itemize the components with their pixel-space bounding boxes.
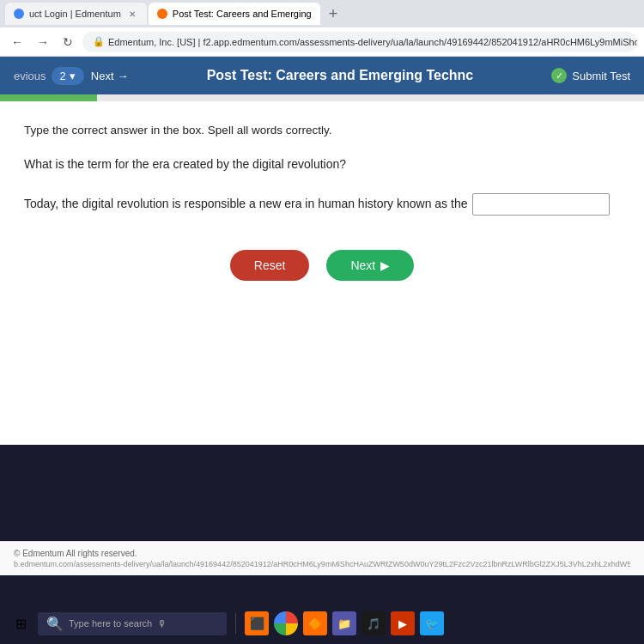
back-button[interactable]: ← [7, 33, 27, 52]
address-bar: ← → ↻ 🔒 Edmentum, Inc. [US] | f2.app.edm… [0, 27, 644, 57]
app-toolbar: evious 2 ▾ Next → Post Test: Careers and… [0, 57, 644, 94]
toolbar-next-label: Next [91, 70, 114, 82]
next-button-label: Next [350, 258, 375, 272]
windows-start-button[interactable]: ⊞ [9, 611, 33, 635]
toolbar-next-icon: → [118, 70, 129, 82]
taskbar-divider-1 [235, 613, 236, 634]
tab-1-icon [14, 9, 24, 19]
tab-1-label: uct Login | Edmentum [29, 9, 121, 19]
main-content: Type the correct answer in the box. Spel… [0, 101, 644, 445]
taskbar-search-label: Type here to search [69, 618, 152, 629]
footer: © Edmentum All rights reserved. b.edment… [0, 541, 644, 575]
prev-label: evious [14, 70, 46, 82]
tab-bar: uct Login | Edmentum ✕ Post Test: Career… [0, 0, 644, 27]
url-field[interactable]: 🔒 Edmentum, Inc. [US] | f2.app.edmentum.… [82, 32, 637, 52]
prev-button[interactable]: evious [14, 70, 46, 82]
progress-bar [0, 94, 97, 101]
progress-area [0, 94, 644, 101]
refresh-button[interactable]: ↻ [58, 33, 77, 52]
taskbar-icon-2[interactable]: 🔶 [303, 611, 327, 635]
tab-2[interactable]: Post Test: Careers and Emerging ✕ [149, 3, 320, 25]
next-arrow-icon: ▶ [380, 258, 390, 272]
tab-1-close[interactable]: ✕ [126, 9, 138, 20]
footer-url: b.edmentum.com/assessments-delivery/ua/l… [14, 560, 630, 568]
copyright-text: © Edmentum All rights reserved. [14, 549, 630, 558]
search-icon: 🔍 [46, 616, 64, 632]
taskbar-icon-1[interactable]: ⬛ [245, 611, 269, 635]
submit-test-button[interactable]: ✓ Submit Test [551, 68, 630, 83]
taskbar-icon-3[interactable]: 📁 [332, 611, 356, 635]
tab-2-close[interactable]: ✕ [317, 9, 320, 20]
taskbar: ⊞ 🔍 Type here to search 🎙 ⬛ 🔶 📁 🎵 ▶ 🐦 [0, 603, 644, 644]
lock-icon: 🔒 [93, 36, 105, 47]
taskbar-icon-5[interactable]: ▶ [391, 611, 415, 635]
reset-button[interactable]: Reset [230, 250, 310, 281]
taskbar-icon-6[interactable]: 🐦 [420, 611, 444, 635]
question-text: What is the term for the era created by … [24, 155, 620, 173]
answer-input[interactable] [472, 193, 610, 216]
fill-before-text: Today, the digital revolution is respons… [24, 193, 467, 215]
question-number-selector[interactable]: 2 ▾ [52, 67, 84, 85]
microphone-icon: 🎙 [157, 618, 167, 629]
chevron-down-icon: ▾ [70, 70, 76, 82]
taskbar-search[interactable]: 🔍 Type here to search 🎙 [38, 612, 227, 635]
tab-1[interactable]: uct Login | Edmentum ✕ [5, 3, 147, 25]
submit-check-icon: ✓ [551, 68, 567, 83]
taskbar-icon-chrome[interactable] [274, 611, 298, 635]
browser-chrome: uct Login | Edmentum ✕ Post Test: Career… [0, 0, 644, 57]
button-row: Reset Next ▶ [24, 250, 620, 281]
toolbar-title: Post Test: Careers and Emerging Technc [129, 68, 552, 83]
fill-blank-row: Today, the digital revolution is respons… [24, 193, 620, 216]
next-button[interactable]: Next ▶ [326, 250, 414, 281]
url-text: Edmentum, Inc. [US] | f2.app.edmentum.co… [108, 37, 637, 47]
taskbar-icon-4[interactable]: 🎵 [361, 611, 386, 635]
question-number: 2 [60, 70, 66, 82]
forward-button[interactable]: → [33, 33, 53, 52]
toolbar-next-button[interactable]: Next → [91, 70, 129, 82]
tab-2-label: Post Test: Careers and Emerging [173, 9, 312, 19]
instruction-text: Type the correct answer in the box. Spel… [24, 122, 620, 139]
submit-label: Submit Test [572, 70, 630, 82]
new-tab-button[interactable]: + [322, 5, 345, 23]
tab-2-icon [157, 9, 167, 19]
